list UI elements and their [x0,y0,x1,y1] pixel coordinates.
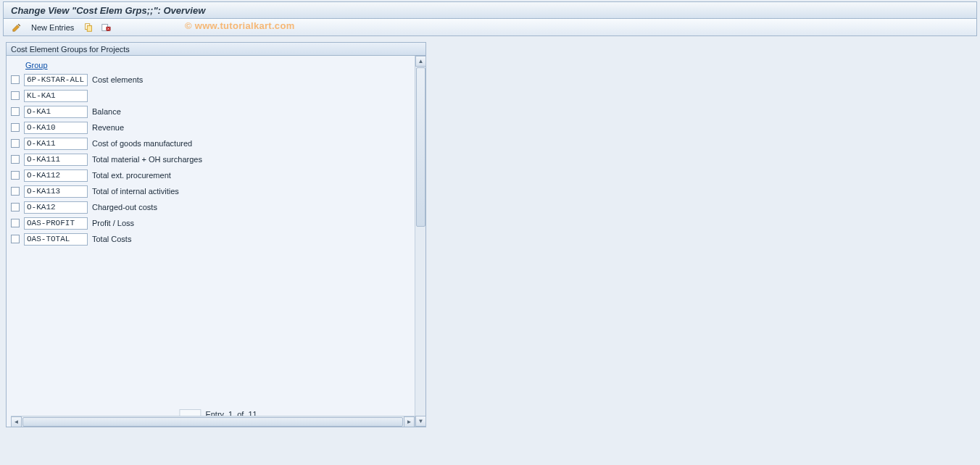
row-checkbox[interactable] [11,171,20,180]
page-title: Change View "Cost Elem Grps;;": Overview [11,5,205,16]
h-scroll-thumb[interactable] [22,417,403,427]
group-code-field[interactable]: 6P-KSTAR-ALL [24,74,88,86]
table-row[interactable]: O-KA112Total ext. procurement [11,167,425,183]
row-checkbox[interactable] [11,219,20,227]
group-desc: Total Costs [91,235,425,243]
group-desc: Charged-out costs [91,203,425,211]
table-row[interactable]: O-KA11Cost of goods manufactured [11,135,425,151]
column-header-group[interactable]: Group [24,61,88,70]
vertical-scrollbar[interactable]: ▲ ▼ [415,56,425,427]
row-checkbox[interactable] [11,203,20,211]
table-row[interactable]: KL-KA1 [11,88,425,104]
svg-rect-1 [88,25,92,31]
scroll-down-icon[interactable]: ▼ [415,416,426,427]
grid: Group 6P-KSTAR-ALLCost elementsKL-KA1O-K… [7,56,425,427]
row-checkbox[interactable] [11,91,20,100]
group-desc: Total ext. procurement [91,171,425,180]
group-code-field[interactable]: OAS-TOTAL [24,233,88,246]
copy-icon[interactable] [83,22,94,33]
scroll-left-icon[interactable]: ◄ [11,416,22,427]
row-checkbox[interactable] [11,123,20,132]
table-row[interactable]: O-KA10Revenue [11,120,425,135]
grid-body: 6P-KSTAR-ALLCost elementsKL-KA1O-KA1Bala… [11,72,425,427]
group-code-field[interactable]: O-KA112 [24,169,88,182]
delete-icon[interactable] [100,22,112,33]
content-area: Cost Element Groups for Projects Group 6… [6,42,974,427]
group-desc: Cost of goods manufactured [91,139,425,148]
title-bar: Change View "Cost Elem Grps;;": Overview [3,1,977,19]
group-desc: Revenue [91,123,425,132]
watermark-text: © www.tutorialkart.com [185,20,295,31]
scroll-up-icon[interactable]: ▲ [415,56,426,67]
group-desc: Cost elements [91,75,425,84]
edit-pencil-icon[interactable] [11,22,22,33]
grid-header-row: Group [11,59,425,72]
table-row[interactable]: O-KA111Total material + OH surcharges [11,151,425,167]
panel-header: Cost Element Groups for Projects [7,43,425,56]
row-checkbox[interactable] [11,235,20,243]
table-row[interactable]: OAS-TOTALTotal Costs [11,231,425,247]
horizontal-scrollbar[interactable]: ◄ ► [11,416,415,427]
group-code-field[interactable]: O-KA113 [24,185,88,198]
row-checkbox[interactable] [11,139,20,148]
group-code-field[interactable]: O-KA1 [24,106,88,118]
table-row[interactable]: O-KA113Total of internal activities [11,183,425,199]
v-scroll-thumb[interactable] [416,67,425,227]
group-desc: Profit / Loss [91,219,425,227]
cost-element-groups-panel: Cost Element Groups for Projects Group 6… [6,42,426,427]
group-desc: Total of internal activities [91,187,425,196]
row-checkbox[interactable] [11,155,20,164]
row-checkbox[interactable] [11,107,20,116]
group-code-field[interactable]: O-KA10 [24,122,88,134]
group-code-field[interactable]: KL-KA1 [24,90,88,102]
group-code-field[interactable]: O-KA11 [24,138,88,150]
table-row[interactable]: OAS-PROFITProfit / Loss [11,215,425,231]
table-row[interactable]: O-KA1Balance [11,104,425,120]
group-code-field[interactable]: O-KA111 [24,154,88,166]
table-row[interactable]: 6P-KSTAR-ALLCost elements [11,72,425,88]
row-checkbox[interactable] [11,75,20,84]
group-code-field[interactable]: OAS-PROFIT [24,217,88,230]
table-row[interactable]: O-KA12Charged-out costs [11,199,425,215]
scroll-right-icon[interactable]: ► [404,416,415,427]
group-desc: Balance [91,107,425,116]
new-entries-button[interactable]: New Entries [28,23,77,32]
group-code-field[interactable]: O-KA12 [24,201,88,214]
group-desc: Total material + OH surcharges [91,155,425,164]
row-checkbox[interactable] [11,187,20,196]
toolbar: New Entries © www.tutorialkart.com [3,19,977,36]
